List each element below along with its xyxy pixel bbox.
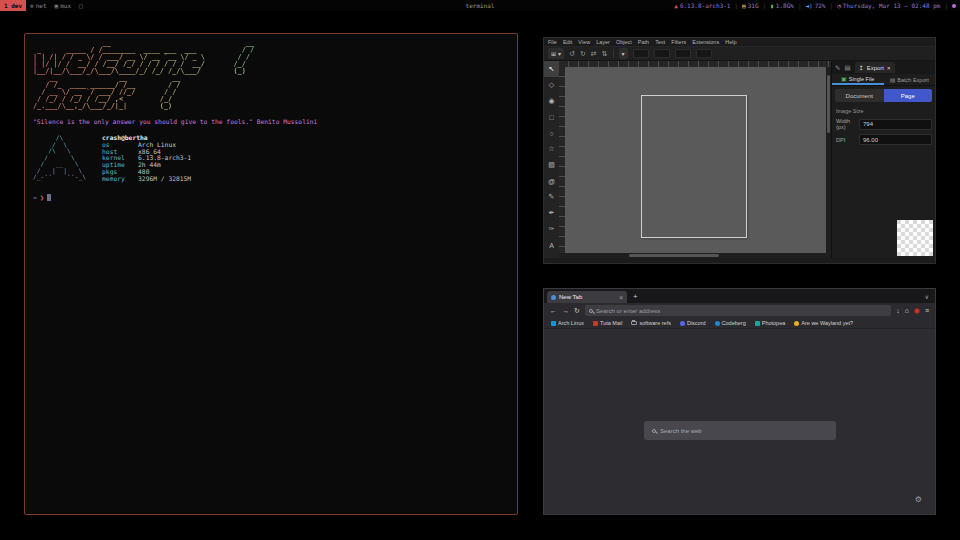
- y-field[interactable]: [654, 49, 670, 58]
- bookmark-codeberg[interactable]: Codeberg: [715, 320, 746, 326]
- workspace-mux[interactable]: ▣ mux: [51, 0, 75, 11]
- arch-favicon: [551, 321, 556, 326]
- toolbox: ↖ ◇ ◉ □ ○ ☆ ▧ @ ✎ ✒ ✑ A: [544, 61, 559, 258]
- x-field[interactable]: [633, 49, 649, 58]
- menu-icon[interactable]: ≡: [925, 307, 929, 314]
- pen-tool[interactable]: ✒: [544, 205, 559, 221]
- node-editor-tool[interactable]: ◇: [544, 77, 559, 93]
- inkscape-window[interactable]: File Edit View Layer Object Path Text Fi…: [543, 37, 936, 264]
- export-panel: ✎ ▤ ↥ Export × ▣ Single File ▤ Batch Exp…: [831, 61, 935, 258]
- tab-favicon: [551, 295, 556, 300]
- flip-vertical-icon[interactable]: ⇅: [602, 50, 608, 58]
- terminal-window[interactable]: __ __ _ _____ / /________ ____ ___ ___ /…: [24, 33, 518, 515]
- photopea-favicon: [755, 321, 760, 326]
- prompt-cwd: ~: [33, 194, 37, 202]
- web-search-input[interactable]: Search the web: [644, 421, 836, 440]
- dpi-input[interactable]: 96.00: [859, 134, 932, 145]
- discord-favicon: [680, 321, 685, 326]
- calligraphy-tool[interactable]: ✑: [544, 221, 559, 237]
- flip-horizontal-icon[interactable]: ⇄: [591, 50, 597, 58]
- workspace-net[interactable]: ⊕ net: [26, 0, 50, 11]
- document-button[interactable]: Document: [835, 89, 884, 102]
- menu-text[interactable]: Text: [655, 39, 665, 45]
- selection-mode-dropdown[interactable]: ⊞ ▾: [548, 48, 564, 59]
- disk-module: ▤ 31G: [742, 2, 758, 9]
- volume-module[interactable]: ◄) 72%: [806, 2, 826, 9]
- text-tool[interactable]: A: [544, 237, 559, 253]
- forward-icon[interactable]: →: [562, 307, 569, 314]
- back-icon[interactable]: ←: [550, 307, 557, 314]
- box3d-tool[interactable]: ▧: [544, 157, 559, 173]
- page-button[interactable]: Page: [884, 89, 933, 102]
- width-input[interactable]: 794: [859, 119, 932, 130]
- edit-dialog-icon[interactable]: ✎: [835, 64, 840, 72]
- speaker-icon: ◄): [806, 2, 813, 9]
- rotate-ccw-icon[interactable]: ↺: [569, 50, 575, 58]
- star-tool[interactable]: ☆: [544, 141, 559, 157]
- ellipse-tool[interactable]: ○: [544, 125, 559, 141]
- width-field[interactable]: [675, 49, 691, 58]
- home-icon[interactable]: ⌂: [905, 307, 909, 314]
- clock-module: ◔ Thursday, Mar 13 — 02:48 pm: [837, 2, 940, 9]
- adblock-extension-icon[interactable]: [914, 308, 920, 314]
- tab-batch-export[interactable]: ▤ Batch Export: [884, 74, 936, 85]
- horizontal-scrollbar[interactable]: [559, 253, 831, 258]
- bookmark-tuta-mail[interactable]: Tuta Mail: [593, 320, 622, 326]
- tab-bar: New Tab × + ∨: [544, 289, 935, 303]
- bookmark-are-we-wayland-yet[interactable]: Are we Wayland yet?: [794, 320, 853, 326]
- separator: |: [734, 2, 738, 9]
- spiral-tool[interactable]: @: [544, 173, 559, 189]
- download-icon[interactable]: ↓: [896, 307, 900, 314]
- tray-icon[interactable]: [952, 4, 956, 8]
- shell-prompt[interactable]: ~ ❯: [33, 194, 509, 202]
- workspace-empty[interactable]: □: [75, 0, 87, 11]
- menu-file[interactable]: File: [548, 39, 557, 45]
- selector-tool[interactable]: ↖: [544, 61, 559, 77]
- menu-bar: File Edit View Layer Object Path Text Fi…: [544, 38, 935, 46]
- scrollbar-thumb[interactable]: [629, 254, 719, 257]
- bookmark-photopea[interactable]: Photopea: [755, 320, 786, 326]
- list-tabs-chevron-icon[interactable]: ∨: [925, 293, 932, 300]
- active-tab[interactable]: New Tab ×: [547, 291, 627, 303]
- tab-single-file[interactable]: ▣ Single File: [832, 74, 884, 85]
- rectangle-tool[interactable]: □: [544, 109, 559, 125]
- layers-dialog-icon[interactable]: ▤: [844, 64, 850, 72]
- menu-object[interactable]: Object: [616, 39, 632, 45]
- text-cursor: [47, 194, 51, 201]
- new-tab-button[interactable]: +: [633, 292, 638, 301]
- kernel-module: ▲ 6.13.8-arch3-1: [674, 2, 730, 9]
- shape-builder-tool[interactable]: ◉: [544, 93, 559, 109]
- pen-icon: ✒: [549, 209, 555, 217]
- canvas[interactable]: [565, 67, 826, 253]
- bookmark-arch-linux[interactable]: Arch Linux: [551, 320, 584, 326]
- menu-help[interactable]: Help: [725, 39, 736, 45]
- gear-icon[interactable]: ⚙: [915, 495, 922, 504]
- raise-lower-dropdown[interactable]: ▾: [619, 48, 628, 59]
- dpi-label: DPI: [836, 137, 856, 143]
- scrollbar-thumb[interactable]: [827, 75, 830, 133]
- spiral-icon: @: [548, 178, 555, 185]
- bookmark-discord[interactable]: Discord: [680, 320, 706, 326]
- height-field[interactable]: [696, 49, 712, 58]
- menu-view[interactable]: View: [578, 39, 590, 45]
- browser-window[interactable]: New Tab × + ∨ ← → ↻ Search or enter addr…: [543, 288, 936, 515]
- menu-edit[interactable]: Edit: [563, 39, 572, 45]
- reload-icon[interactable]: ↻: [574, 307, 580, 315]
- export-tab-label: Export: [867, 65, 884, 71]
- shape-builder-icon: ◉: [548, 97, 554, 105]
- workspace-dev[interactable]: 1 dev: [0, 0, 26, 11]
- clock-icon: ◔: [837, 2, 841, 9]
- menu-path[interactable]: Path: [638, 39, 649, 45]
- menu-filters[interactable]: Filters: [671, 39, 686, 45]
- pencil-tool[interactable]: ✎: [544, 189, 559, 205]
- rotate-cw-icon[interactable]: ↻: [580, 50, 586, 58]
- bookmark-folder-software-refs[interactable]: software refs: [631, 320, 670, 326]
- export-dialog-tab[interactable]: ↥ Export ×: [855, 62, 895, 73]
- menu-extensions[interactable]: Extensions: [692, 39, 719, 45]
- url-bar[interactable]: Search or enter address: [585, 305, 891, 316]
- close-tab-icon[interactable]: ×: [619, 294, 623, 301]
- status-bar: 1 dev ⊕ net ▣ mux □ terminal ▲ 6.13.8-ar…: [0, 0, 960, 11]
- rectangle-icon: □: [549, 114, 553, 121]
- menu-layer[interactable]: Layer: [596, 39, 610, 45]
- close-icon[interactable]: ×: [887, 65, 891, 71]
